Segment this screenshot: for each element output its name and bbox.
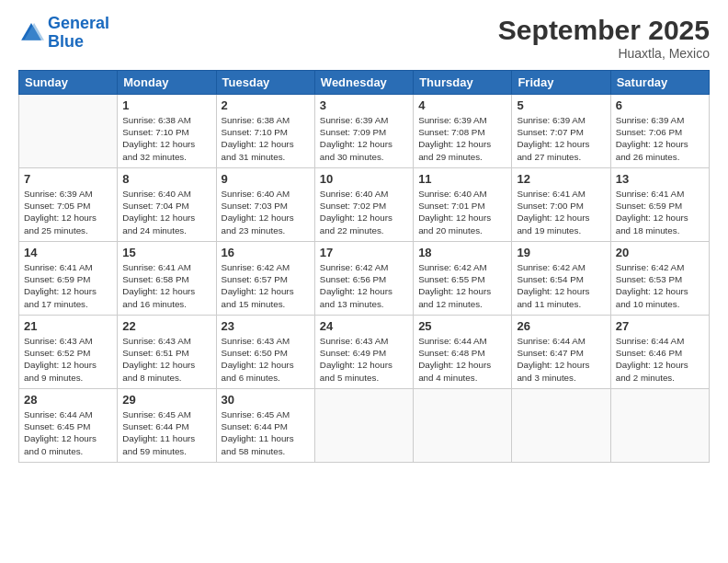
day-info: Sunrise: 6:43 AM Sunset: 6:49 PM Dayligh… — [320, 335, 408, 384]
day-info: Sunrise: 6:39 AM Sunset: 7:05 PM Dayligh… — [24, 188, 112, 236]
day-info: Sunrise: 6:39 AM Sunset: 7:07 PM Dayligh… — [517, 114, 605, 163]
week-row-1: 7Sunrise: 6:39 AM Sunset: 7:05 PM Daylig… — [19, 168, 710, 242]
day-info: Sunrise: 6:43 AM Sunset: 6:50 PM Dayligh… — [222, 335, 310, 384]
weekday-header-sunday: Sunday — [19, 71, 118, 95]
day-number: 12 — [517, 172, 605, 186]
header: General Blue September 2025 Huaxtla, Mex… — [18, 15, 710, 61]
calendar-cell: 20Sunrise: 6:42 AM Sunset: 6:53 PM Dayli… — [610, 242, 709, 316]
week-row-3: 21Sunrise: 6:43 AM Sunset: 6:52 PM Dayli… — [19, 316, 710, 389]
day-number: 15 — [122, 246, 210, 259]
day-info: Sunrise: 6:39 AM Sunset: 7:06 PM Dayligh… — [616, 114, 704, 163]
weekday-header-thursday: Thursday — [414, 71, 512, 95]
calendar-cell: 4Sunrise: 6:39 AM Sunset: 7:08 PM Daylig… — [414, 95, 512, 168]
title-section: September 2025 Huaxtla, Mexico — [498, 15, 710, 61]
day-number: 14 — [24, 246, 112, 259]
day-number: 6 — [616, 98, 704, 112]
day-number: 8 — [122, 172, 210, 186]
calendar-cell: 30Sunrise: 6:45 AM Sunset: 6:44 PM Dayli… — [216, 389, 314, 463]
day-info: Sunrise: 6:41 AM Sunset: 7:00 PM Dayligh… — [517, 188, 605, 236]
calendar-cell: 28Sunrise: 6:44 AM Sunset: 6:45 PM Dayli… — [19, 389, 118, 463]
day-number: 30 — [222, 393, 310, 407]
week-row-4: 28Sunrise: 6:44 AM Sunset: 6:45 PM Dayli… — [19, 389, 710, 463]
day-number: 13 — [616, 172, 704, 186]
day-number: 28 — [24, 393, 112, 407]
day-info: Sunrise: 6:44 AM Sunset: 6:45 PM Dayligh… — [24, 408, 112, 457]
month-title: September 2025 — [498, 15, 710, 46]
day-number: 21 — [24, 319, 112, 333]
day-number: 7 — [24, 172, 112, 186]
calendar-cell — [414, 389, 512, 463]
calendar-cell: 23Sunrise: 6:43 AM Sunset: 6:50 PM Dayli… — [216, 316, 314, 389]
calendar-cell: 13Sunrise: 6:41 AM Sunset: 6:59 PM Dayli… — [610, 168, 709, 242]
calendar-cell: 29Sunrise: 6:45 AM Sunset: 6:44 PM Dayli… — [118, 389, 216, 463]
day-number: 9 — [222, 172, 310, 186]
calendar-cell: 1Sunrise: 6:38 AM Sunset: 7:10 PM Daylig… — [118, 95, 216, 168]
day-info: Sunrise: 6:41 AM Sunset: 6:59 PM Dayligh… — [616, 188, 704, 236]
day-info: Sunrise: 6:39 AM Sunset: 7:09 PM Dayligh… — [320, 114, 408, 163]
calendar-cell: 14Sunrise: 6:41 AM Sunset: 6:59 PM Dayli… — [19, 242, 118, 316]
day-number: 27 — [616, 319, 704, 333]
day-number: 3 — [320, 98, 408, 112]
calendar-cell: 18Sunrise: 6:42 AM Sunset: 6:55 PM Dayli… — [414, 242, 512, 316]
day-number: 24 — [320, 319, 408, 333]
week-row-2: 14Sunrise: 6:41 AM Sunset: 6:59 PM Dayli… — [19, 242, 710, 316]
day-info: Sunrise: 6:44 AM Sunset: 6:48 PM Dayligh… — [418, 335, 506, 384]
day-number: 23 — [222, 319, 310, 333]
day-number: 20 — [616, 246, 704, 259]
day-info: Sunrise: 6:42 AM Sunset: 6:54 PM Dayligh… — [517, 261, 605, 310]
calendar-cell: 15Sunrise: 6:41 AM Sunset: 6:58 PM Dayli… — [118, 242, 216, 316]
location: Huaxtla, Mexico — [498, 46, 710, 61]
weekday-header-row: SundayMondayTuesdayWednesdayThursdayFrid… — [19, 71, 710, 95]
weekday-header-monday: Monday — [118, 71, 216, 95]
calendar-cell: 5Sunrise: 6:39 AM Sunset: 7:07 PM Daylig… — [512, 95, 610, 168]
day-info: Sunrise: 6:45 AM Sunset: 6:44 PM Dayligh… — [222, 408, 310, 457]
calendar-cell: 17Sunrise: 6:42 AM Sunset: 6:56 PM Dayli… — [314, 242, 413, 316]
calendar-cell — [610, 389, 709, 463]
calendar-cell: 16Sunrise: 6:42 AM Sunset: 6:57 PM Dayli… — [216, 242, 314, 316]
logo-text: General Blue — [48, 15, 109, 52]
day-info: Sunrise: 6:42 AM Sunset: 6:57 PM Dayligh… — [222, 261, 310, 310]
calendar-cell: 24Sunrise: 6:43 AM Sunset: 6:49 PM Dayli… — [314, 316, 413, 389]
calendar-cell: 27Sunrise: 6:44 AM Sunset: 6:46 PM Dayli… — [610, 316, 709, 389]
calendar-cell — [512, 389, 610, 463]
week-row-0: 1Sunrise: 6:38 AM Sunset: 7:10 PM Daylig… — [19, 95, 710, 168]
day-info: Sunrise: 6:40 AM Sunset: 7:04 PM Dayligh… — [122, 188, 210, 236]
calendar-cell — [314, 389, 413, 463]
day-number: 10 — [320, 172, 408, 186]
day-number: 11 — [418, 172, 506, 186]
logo-icon — [18, 20, 44, 46]
calendar-cell: 11Sunrise: 6:40 AM Sunset: 7:01 PM Dayli… — [414, 168, 512, 242]
weekday-header-saturday: Saturday — [610, 71, 709, 95]
calendar-cell: 9Sunrise: 6:40 AM Sunset: 7:03 PM Daylig… — [216, 168, 314, 242]
calendar: SundayMondayTuesdayWednesdayThursdayFrid… — [18, 70, 710, 463]
calendar-cell: 6Sunrise: 6:39 AM Sunset: 7:06 PM Daylig… — [610, 95, 709, 168]
day-info: Sunrise: 6:43 AM Sunset: 6:51 PM Dayligh… — [122, 335, 210, 384]
day-info: Sunrise: 6:40 AM Sunset: 7:02 PM Dayligh… — [320, 188, 408, 236]
calendar-cell: 7Sunrise: 6:39 AM Sunset: 7:05 PM Daylig… — [19, 168, 118, 242]
day-number: 19 — [517, 246, 605, 259]
page: General Blue September 2025 Huaxtla, Mex… — [0, 0, 728, 563]
day-number: 1 — [122, 98, 210, 112]
day-info: Sunrise: 6:39 AM Sunset: 7:08 PM Dayligh… — [418, 114, 506, 163]
day-info: Sunrise: 6:40 AM Sunset: 7:01 PM Dayligh… — [418, 188, 506, 236]
calendar-cell: 21Sunrise: 6:43 AM Sunset: 6:52 PM Dayli… — [19, 316, 118, 389]
day-number: 2 — [222, 98, 310, 112]
logo-line1: General — [48, 14, 109, 32]
day-number: 4 — [418, 98, 506, 112]
day-info: Sunrise: 6:42 AM Sunset: 6:53 PM Dayligh… — [616, 261, 704, 310]
day-number: 22 — [122, 319, 210, 333]
calendar-cell: 25Sunrise: 6:44 AM Sunset: 6:48 PM Dayli… — [414, 316, 512, 389]
day-number: 29 — [122, 393, 210, 407]
logo: General Blue — [18, 15, 109, 52]
day-info: Sunrise: 6:41 AM Sunset: 6:58 PM Dayligh… — [122, 261, 210, 310]
calendar-cell: 22Sunrise: 6:43 AM Sunset: 6:51 PM Dayli… — [118, 316, 216, 389]
day-number: 18 — [418, 246, 506, 259]
day-number: 17 — [320, 246, 408, 259]
weekday-header-tuesday: Tuesday — [216, 71, 314, 95]
day-info: Sunrise: 6:41 AM Sunset: 6:59 PM Dayligh… — [24, 261, 112, 310]
day-info: Sunrise: 6:38 AM Sunset: 7:10 PM Dayligh… — [222, 114, 310, 163]
weekday-header-wednesday: Wednesday — [314, 71, 413, 95]
day-number: 5 — [517, 98, 605, 112]
day-info: Sunrise: 6:38 AM Sunset: 7:10 PM Dayligh… — [122, 114, 210, 163]
day-info: Sunrise: 6:44 AM Sunset: 6:46 PM Dayligh… — [616, 335, 704, 384]
